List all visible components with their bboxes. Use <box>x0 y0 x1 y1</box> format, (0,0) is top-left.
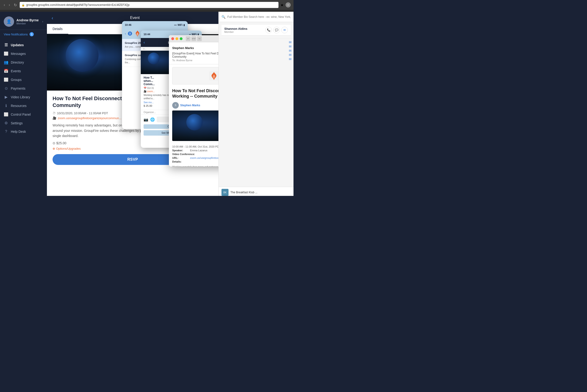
sidebar-item-updates[interactable]: ☰ Updates <box>0 40 47 49</box>
sidebar-item-label: Control Panel <box>11 112 31 116</box>
speaker-name: Emma Lazarus <box>190 149 208 152</box>
mobile-time: 10:46 <box>125 24 132 26</box>
details-label: Details: <box>172 160 189 163</box>
event-video-link[interactable]: zoom.us/usegroupfiretoorganizeyourcommun… <box>58 116 122 120</box>
window-minimize-btn[interactable] <box>176 37 178 40</box>
lock-icon: 🔒 <box>22 4 25 6</box>
address-bar[interactable]: 🔒 groupfire.groupfire.com/#/event-detail… <box>20 2 278 8</box>
sidebar-notifications[interactable]: View Notifications 1 <box>0 30 47 39</box>
email-forward-btn[interactable]: ↪ <box>197 36 202 41</box>
email-body: groupfire How To Not Feel Disconnected w… <box>169 64 218 166</box>
groups-icon: ⬜ <box>4 78 8 82</box>
member-phone-btn[interactable]: 📞 <box>265 27 272 33</box>
events-icon: 📅 <box>4 69 8 73</box>
directory-icon: 👥 <box>4 60 8 64</box>
mobile-status-bar: 10:46 ▪▪▪ WiFi ▮ <box>122 21 188 28</box>
window-maximize-btn[interactable] <box>180 37 182 40</box>
sidebar-item-label: Events <box>11 69 21 73</box>
sidebar-item-payments[interactable]: ⊙ Payments <box>0 84 47 93</box>
email-earth-decoration <box>186 114 203 130</box>
sidebar-item-groups[interactable]: ⬜ Groups <box>0 75 47 84</box>
sidebar-item-messages[interactable]: ⬜ Messages <box>0 49 47 58</box>
mobile-earth-decoration <box>148 52 160 64</box>
mobile-time-2: 10:44 <box>144 33 150 36</box>
sidebar-item-label: Resources <box>11 104 26 108</box>
settings-icon: ⚙ <box>4 121 8 125</box>
globe-icon: 🌐 <box>150 117 155 122</box>
mail-icon: ✉ <box>289 40 292 44</box>
email-reply-all-btn[interactable]: ↩↩ <box>192 36 196 41</box>
member-list-extended: ✉ ✉ ✉ ✉ ✉ <box>219 38 294 63</box>
window-close-btn[interactable] <box>171 37 174 40</box>
stephen-name: Stephen Marks <box>180 104 200 107</box>
tab-bar <box>0 10 294 12</box>
messages-icon: ⬜ <box>4 52 8 56</box>
sidebar-item-events[interactable]: 📅 Events <box>0 66 47 75</box>
sidebar-user-info: Andrew Byrne Member <box>16 18 40 25</box>
email-chrome-actions: ↩ ↩↩ ↪ <box>186 36 202 41</box>
email-reply-btn[interactable]: ↩ <box>186 36 190 41</box>
email-main-content: How To Not Feel Disconnected when Remote… <box>172 88 218 143</box>
sidebar-user[interactable]: 👤 Andrew Byrne Member › <box>0 12 47 30</box>
breakfast-bar: BK The Breakfast Klub ... <box>219 187 294 196</box>
member-chat-btn[interactable]: 💬 <box>273 27 280 33</box>
mobile-status-icons: ▪▪▪ WiFi ▮ <box>174 24 185 26</box>
star-icon[interactable]: ★ <box>280 3 284 7</box>
groupfire-logo: groupfire <box>209 71 218 80</box>
mail-icon-4: ✉ <box>289 53 292 57</box>
mail-icon-3: ✉ <box>289 49 292 52</box>
email-event-image <box>172 110 218 141</box>
email-logo-block: groupfire <box>172 67 218 84</box>
sidebar-expand-icon: › <box>42 20 43 23</box>
control-panel-icon: ⬜ <box>4 112 8 116</box>
breakfast-club-name: The Breakfast Klub ... <box>230 191 257 194</box>
sidebar-item-video-library[interactable]: ▶ Video Library <box>0 93 47 101</box>
sidebar-item-help-desk[interactable]: ? Help Desk <box>0 128 47 136</box>
email-from-row: Stephen Marks Inbox 2:17 PM SM <box>172 44 218 51</box>
stephen-avatar: S <box>172 102 179 108</box>
main-content: ‹ Event Details How To Not Feel Disconne… <box>47 12 218 196</box>
email-card: ↩ ↩↩ ↪ Move to... Stephen Marks Inbox 2:… <box>169 35 218 166</box>
event-header-title: Event <box>56 16 214 20</box>
payments-icon: ⊙ <box>4 86 8 90</box>
speaker-label: Speaker: <box>172 149 189 152</box>
sidebar-item-control-panel[interactable]: ⬜ Control Panel <box>0 110 47 119</box>
email-url-link[interactable]: zoom.us/usegroupfiretoorganizeyourcommun… <box>190 156 218 159</box>
email-subject: [GroupFire Event] How To Not Feel Discon… <box>172 52 218 58</box>
event-back-button[interactable]: ‹ <box>52 15 53 21</box>
video-library-icon: ▶ <box>4 95 8 99</box>
mail-icon-row: ✉ <box>220 44 292 48</box>
email-detail-time: 10:00 AM - 11:00 AM, Oct 31st, 2020 PDT <box>172 145 218 148</box>
search-input[interactable] <box>227 15 291 18</box>
notifications-badge: 1 <box>30 32 34 36</box>
member-info: Shannon Aldins Member <box>224 27 247 33</box>
member-actions: 📞 💬 ✉ <box>265 27 288 33</box>
earth-decoration <box>66 39 98 72</box>
mobile-badge: 3 <box>128 32 132 36</box>
email-chrome: ↩ ↩↩ ↪ Move to... <box>169 35 218 42</box>
email-to: To: Andrew Byrne <box>172 59 218 62</box>
avatar: 👤 <box>4 16 14 27</box>
email-detail-time-text: 10:00 AM - 11:00 AM, Oct 31st, 2020 PDT <box>172 145 218 148</box>
sidebar-item-directory[interactable]: 👥 Directory <box>0 58 47 66</box>
sidebar-item-label: Help Desk <box>11 130 26 134</box>
tab-details[interactable]: Details <box>47 24 68 34</box>
sidebar-item-label: Video Library <box>11 95 30 99</box>
wifi-icon: WiFi <box>178 24 182 26</box>
dollar-icon: ⊙ <box>52 141 55 145</box>
url-label: URL: <box>172 156 189 159</box>
app-container: 👤 Andrew Byrne Member › View Notificatio… <box>0 12 294 196</box>
shannon-section: Shannon Aldins Member 📞 💬 ✉ <box>219 22 294 38</box>
browser-forward-btn[interactable]: › <box>8 2 11 8</box>
sidebar-item-label: Groups <box>11 78 22 82</box>
email-description: Working remotely has many advantages, bu… <box>172 165 218 166</box>
member-mail-btn[interactable]: ✉ <box>281 27 288 33</box>
sidebar-item-resources[interactable]: ℹ Resources <box>0 101 47 110</box>
mobile-back-button[interactable]: ‹ <box>125 32 126 36</box>
browser-refresh-btn[interactable]: ↻ <box>13 2 18 8</box>
email-from-name: Stephen Marks <box>172 46 194 50</box>
browser-back-btn[interactable]: ‹ <box>3 2 6 8</box>
sidebar-item-settings[interactable]: ⚙ Settings <box>0 119 47 128</box>
right-panel: 🔍 Shannon Aldins Member 📞 💬 ✉ ✉ ✉ ✉ <box>218 12 294 196</box>
groupfire-logo-icon <box>209 71 218 80</box>
